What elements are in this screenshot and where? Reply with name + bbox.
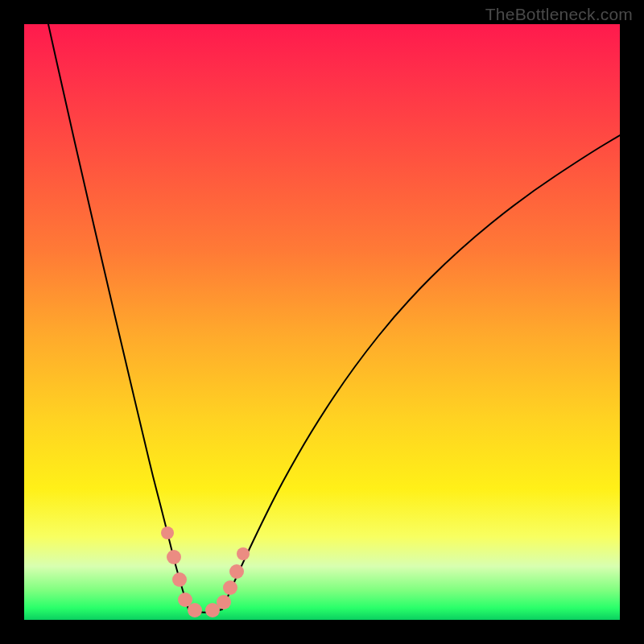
- chart-svg: [24, 24, 620, 620]
- data-marker: [188, 603, 202, 617]
- chart-plot-area: [24, 24, 620, 620]
- watermark-text: TheBottleneck.com: [485, 5, 633, 24]
- data-marker: [223, 580, 237, 595]
- data-marker: [172, 572, 187, 587]
- data-marker: [217, 595, 231, 609]
- data-marker: [167, 550, 181, 564]
- right-curve: [222, 135, 620, 609]
- chart-frame: TheBottleneck.com: [0, 0, 644, 644]
- marker-group: [161, 526, 250, 617]
- data-marker: [229, 564, 244, 579]
- data-marker: [161, 526, 174, 539]
- left-curve: [48, 24, 188, 609]
- data-marker: [237, 547, 250, 560]
